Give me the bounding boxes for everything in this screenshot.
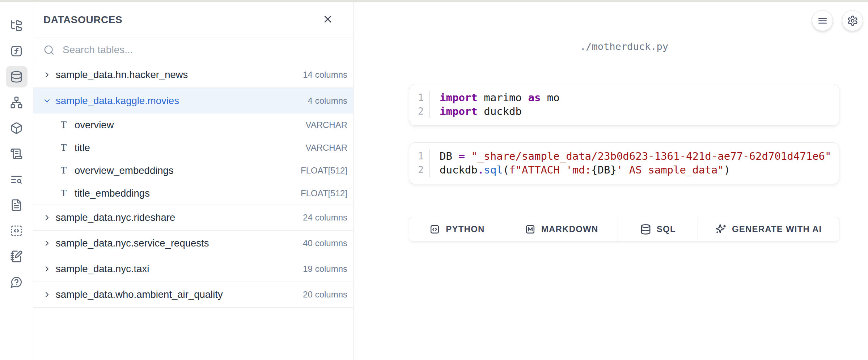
- column-name: title_embeddings: [75, 188, 150, 199]
- search-tables-input[interactable]: [62, 44, 344, 56]
- top-accent-strip: [0, 0, 868, 2]
- notebook-content: ./motherduck.py 1import marimo as mo2imp…: [409, 39, 839, 241]
- code-square-dashed-icon: [10, 224, 23, 237]
- code-line: 1import marimo as mo: [409, 91, 832, 104]
- table-name: sample_data.who.ambient_air_quality: [56, 289, 223, 300]
- table-name: sample_data.hn.hacker_news: [56, 69, 188, 81]
- column-type: VARCHAR: [305, 120, 347, 130]
- search-tables-row: [33, 38, 353, 62]
- code-square-icon: [429, 224, 440, 235]
- function-square-icon: [10, 45, 23, 57]
- code-text: DB = "_share/sample_data/23b0d623-1361-4…: [430, 149, 831, 163]
- column-row[interactable]: Toverview_embeddingsFLOAT[512]: [33, 159, 353, 182]
- chevron-right-icon: [43, 290, 51, 299]
- table-name: sample_data.nyc.rideshare: [56, 212, 175, 223]
- column-row[interactable]: ToverviewVARCHAR: [33, 113, 353, 136]
- menu-icon: [817, 15, 828, 26]
- close-icon: [322, 13, 334, 25]
- column-row[interactable]: Ttitle_embeddingsFLOAT[512]: [33, 182, 353, 205]
- table-name: sample_data.nyc.taxi: [56, 263, 149, 275]
- folder-tree-icon: [10, 19, 23, 32]
- chevron-right-icon: [43, 70, 51, 79]
- chevron-down-icon: [43, 97, 51, 105]
- table-columns-block: ToverviewVARCHARTtitleVARCHARToverview_e…: [33, 113, 353, 205]
- rail-item-datasources[interactable]: [6, 66, 27, 87]
- add-cell-button-markdown[interactable]: MARKDOWN: [505, 217, 618, 241]
- rail-item-file-explorer[interactable]: [6, 14, 27, 36]
- table-row[interactable]: sample_data.nyc.taxi19 columns: [33, 256, 353, 282]
- column-type-icon: T: [59, 142, 69, 153]
- column-type: FLOAT[512]: [301, 166, 347, 176]
- rail-item-scratchpad[interactable]: [6, 245, 27, 267]
- add-cell-button-generate-with-ai[interactable]: GENERATE WITH AI: [698, 217, 839, 241]
- file-text-icon: [10, 199, 23, 211]
- database-icon: [640, 224, 651, 235]
- table-name: sample_data.nyc.service_requests: [56, 237, 209, 249]
- chevron-right-icon: [43, 239, 51, 248]
- line-number: 1: [409, 149, 430, 163]
- notebook-pen-icon: [10, 250, 23, 263]
- network-icon: [10, 96, 23, 109]
- scroll-icon: [10, 147, 23, 160]
- markdown-square-icon: [525, 224, 536, 235]
- rail-item-logs[interactable]: [6, 143, 27, 164]
- add-cell-button-label: GENERATE WITH AI: [732, 224, 822, 234]
- table-columns-count: 40 columns: [303, 238, 347, 248]
- add-cell-button-label: PYTHON: [446, 224, 484, 234]
- rail-item-packages[interactable]: [6, 117, 27, 139]
- add-cell-button-row: PYTHONMARKDOWNSQLGENERATE WITH AI: [409, 217, 839, 241]
- settings-button[interactable]: [842, 10, 863, 31]
- cells-container: 1import marimo as mo2import duckdb1DB = …: [409, 84, 839, 184]
- table-columns-count: 14 columns: [303, 70, 347, 80]
- rail-item-documentation[interactable]: [6, 194, 27, 216]
- rail-item-dependencies[interactable]: [6, 91, 27, 113]
- table-name: sample_data.kaggle.movies: [56, 95, 179, 107]
- panel-title: DATASOURCES: [43, 14, 122, 26]
- column-row[interactable]: TtitleVARCHAR: [33, 136, 353, 159]
- code-cell-2[interactable]: 1DB = "_share/sample_data/23b0d623-1361-…: [409, 142, 839, 184]
- table-row[interactable]: sample_data.nyc.rideshare24 columns: [33, 205, 353, 231]
- gear-icon: [847, 15, 858, 26]
- table-row[interactable]: sample_data.kaggle.movies4 columns: [33, 88, 353, 113]
- code-line: 1DB = "_share/sample_data/23b0d623-1361-…: [409, 149, 832, 163]
- rail-item-variables[interactable]: [6, 40, 27, 62]
- table-row[interactable]: sample_data.hn.hacker_news14 columns: [33, 62, 353, 88]
- table-columns-count: 4 columns: [308, 96, 347, 106]
- add-cell-button-label: SQL: [657, 224, 676, 234]
- close-panel-button[interactable]: [321, 12, 335, 27]
- column-name: overview: [75, 119, 114, 131]
- helper-panel-rail: [0, 2, 33, 360]
- column-type-icon: T: [59, 188, 69, 199]
- code-line: 2duckdb.sql(f"ATTACH 'md:{DB}' AS sample…: [409, 163, 832, 177]
- code-line: 2import duckdb: [409, 104, 832, 118]
- datasources-panel: DATASOURCES sample_data.hn.hacker_news14…: [33, 2, 353, 360]
- notebook-menu-button[interactable]: [812, 10, 833, 31]
- line-number: 1: [409, 91, 430, 104]
- table-row[interactable]: sample_data.who.ambient_air_quality20 co…: [33, 282, 353, 308]
- column-type-icon: T: [59, 119, 69, 130]
- table-columns-count: 20 columns: [303, 290, 347, 300]
- database-icon: [10, 70, 23, 83]
- line-number: 2: [409, 163, 430, 177]
- table-columns-count: 19 columns: [303, 264, 347, 274]
- column-type-icon: T: [59, 165, 69, 176]
- table-list: sample_data.hn.hacker_news14 columnssamp…: [33, 62, 353, 360]
- column-name: overview_embeddings: [75, 165, 174, 176]
- list-search-icon: [10, 173, 23, 186]
- rail-item-snippets[interactable]: [6, 220, 27, 241]
- code-text: duckdb.sql(f"ATTACH 'md:{DB}' AS sample_…: [430, 163, 730, 177]
- code-cell-1[interactable]: 1import marimo as mo2import duckdb: [409, 84, 839, 126]
- chevron-right-icon: [43, 265, 51, 273]
- package-icon: [10, 122, 23, 134]
- rail-item-help[interactable]: [6, 271, 27, 293]
- notebook-area: ./motherduck.py 1import marimo as mo2imp…: [354, 2, 868, 360]
- table-row[interactable]: sample_data.nyc.service_requests40 colum…: [33, 231, 353, 256]
- column-name: title: [75, 142, 90, 154]
- column-type: VARCHAR: [305, 143, 347, 153]
- add-cell-button-label: MARKDOWN: [541, 224, 598, 234]
- line-number: 2: [409, 104, 430, 118]
- rail-item-tracing[interactable]: [6, 168, 27, 190]
- notebook-actions: [812, 10, 863, 31]
- add-cell-button-sql[interactable]: SQL: [618, 217, 698, 241]
- add-cell-button-python[interactable]: PYTHON: [409, 217, 505, 241]
